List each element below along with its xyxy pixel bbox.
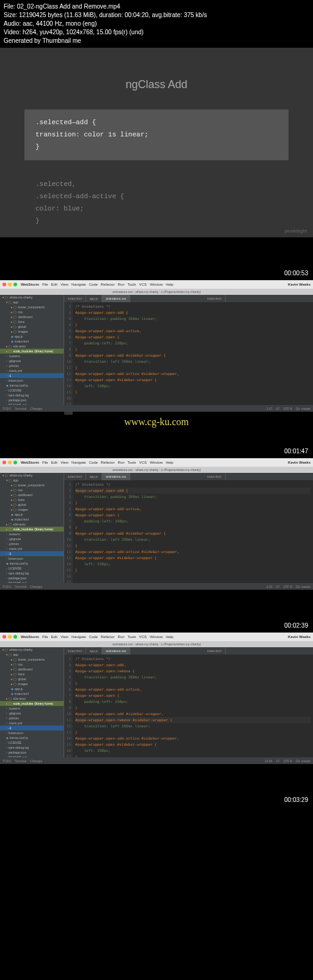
tree-item[interactable]: ▫.gitignore [0,711,64,716]
tree-item[interactable]: ◆karma.conf.js [0,561,64,566]
tree-item[interactable]: ▫.jshintrc [0,716,64,721]
tree-item[interactable]: ▸ ▢node_modules (library home) [0,701,64,706]
tree-item[interactable]: ▸ ▢images [0,329,64,334]
tree-item[interactable]: ▸ ▢node_modules (library home) [0,349,64,354]
tree-item[interactable]: ▸ ▢css [0,662,64,667]
tab-index[interactable]: index.html [64,295,86,302]
tree-item[interactable]: ▸ ▢dashboard [0,667,64,672]
tree-item[interactable]: ▸ ▢css [0,488,64,492]
status-changes[interactable]: Changes [30,407,42,410]
tab-index-split[interactable]: index.html [204,295,226,302]
git-branch[interactable]: Git: master [296,585,311,588]
menu-navigate[interactable]: Navigate [72,461,86,464]
tree-item[interactable]: ▸ ▢e2e-tests [0,522,64,527]
tree-item[interactable]: ◆app.js [0,334,64,339]
tree-item[interactable]: ▫bower.json [0,378,64,383]
tab-index-split[interactable]: index.html [204,647,226,655]
menu-run[interactable]: Run [118,635,125,639]
code-editor[interactable]: 123456789101112131415161718 /* Animation… [64,480,313,593]
tree-root[interactable]: ▾ ▢whats-my-charity [0,473,64,478]
menu-file[interactable]: File [42,461,48,464]
menu-code[interactable]: Code [89,635,98,639]
tree-item[interactable]: ▫bower.json [0,730,64,735]
tree-item[interactable]: ▸ ▢bower_components [0,657,64,662]
window-controls[interactable] [2,635,17,639]
tree-item[interactable]: ▸ ▢fonts [0,497,64,502]
tree-item[interactable]: ▫LICENSE [0,388,64,393]
minimize-icon[interactable] [8,283,12,286]
menu-view[interactable]: View [61,461,68,464]
tree-item[interactable]: ▫.travis.yml [0,721,64,726]
app-name[interactable]: WebStorm [21,283,39,286]
tree-item[interactable]: ◆index.html [0,339,64,344]
tree-item[interactable]: ▾ ▢app [0,652,64,657]
line-ending[interactable]: LF [276,759,280,763]
tree-item[interactable]: ▫.gitignore [0,358,64,363]
tree-item[interactable]: ▸ ▢node_modules (library home) [0,527,64,532]
tree-item[interactable]: ▫npm-debug.log [0,571,64,576]
maximize-icon[interactable] [13,283,17,286]
tree-item[interactable]: ▸ ▢images [0,507,64,512]
close-icon[interactable] [2,461,6,464]
line-ending[interactable]: LF [276,585,280,588]
tab-index-split[interactable]: index.html [204,473,226,480]
menu-window[interactable]: Window [150,283,163,286]
menu-vcs[interactable]: VCS [139,635,147,639]
tree-item[interactable]: ▸ ▢dashboard [0,492,64,497]
app-name[interactable]: WebStorm [21,635,39,639]
status-todo[interactable]: TODO [2,759,11,763]
encoding[interactable]: UTF-8 [283,585,292,588]
menu-code[interactable]: Code [89,461,98,464]
menu-refactor[interactable]: Refactor [101,635,115,639]
tree-item[interactable]: ▸ ▢e2e-tests [0,696,64,701]
minimize-icon[interactable] [8,461,12,464]
tree-item[interactable]: ▸ ▢e2e-tests [0,344,64,349]
code-content[interactable]: /* Animations */ #page-wrapper.open-add … [73,480,313,593]
tab-appjs[interactable]: app.js [86,473,102,480]
menu-edit[interactable]: Edit [51,635,57,639]
menu-tools[interactable]: Tools [128,283,136,286]
git-branch[interactable]: Git: master [296,407,311,410]
menu-tools[interactable]: Tools [128,461,136,464]
tree-item[interactable]: ▫.jshintrc [0,363,64,368]
tree-item[interactable]: ▫.bowerrc [0,706,64,711]
tab-appjs[interactable]: app.js [86,295,102,302]
menu-window[interactable]: Window [150,461,163,464]
menu-view[interactable]: View [61,283,68,286]
menu-vcs[interactable]: VCS [139,461,147,464]
status-changes[interactable]: Changes [30,585,42,588]
tree-item[interactable]: ▸ ▢css [0,310,64,314]
menu-help[interactable]: Help [166,635,173,639]
menu-tools[interactable]: Tools [128,635,136,639]
tree-item[interactable]: ▫LICENSE [0,740,64,745]
tree-item[interactable]: ▫.gitignore [0,536,64,541]
tree-root[interactable]: ▾ ▢whats-my-charity [0,647,64,652]
tab-index[interactable]: index.html [64,473,86,480]
project-tree[interactable]: ▾ ▢whats-my-charity ▾ ▢app ▸ ▢bower_comp… [0,473,64,583]
tree-item[interactable]: ▫.travis.yml [0,368,64,373]
window-controls[interactable] [2,283,17,286]
status-todo[interactable]: TODO [2,407,11,410]
tree-item[interactable]: ▫-1 [0,551,64,556]
tree-item[interactable]: ▫npm-debug.log [0,745,64,750]
tree-item[interactable]: ▫.jshintrc [0,541,64,546]
project-tree[interactable]: ▾ ▢whats-my-charity ▾ ▢app ▸ ▢bower_comp… [0,295,64,405]
tab-animations[interactable]: animations.css [102,295,130,302]
tree-item[interactable]: ◆karma.conf.js [0,383,64,388]
tree-item[interactable]: ▸ ▢bower_components [0,483,64,488]
tree-item[interactable]: ▸ ▢bower_components [0,305,64,310]
menu-help[interactable]: Help [166,283,173,286]
tree-item[interactable]: ◆index.html [0,691,64,696]
line-ending[interactable]: LF [276,407,280,410]
tree-item[interactable]: ▫.travis.yml [0,546,64,551]
tree-item[interactable]: ▫package.json [0,398,64,403]
menu-navigate[interactable]: Navigate [72,635,86,639]
close-icon[interactable] [2,283,6,286]
tree-item[interactable]: ▸ ▢images [0,681,64,686]
menu-vcs[interactable]: VCS [139,283,147,286]
tree-item[interactable]: ▫.bowerrc [0,354,64,358]
tree-item[interactable]: ▫LICENSE [0,566,64,571]
tree-item[interactable]: ▫-1 [0,726,64,730]
project-tree[interactable]: ▾ ▢whats-my-charity ▾ ▢app ▸ ▢bower_comp… [0,647,64,757]
git-branch[interactable]: Git: master [296,759,311,763]
